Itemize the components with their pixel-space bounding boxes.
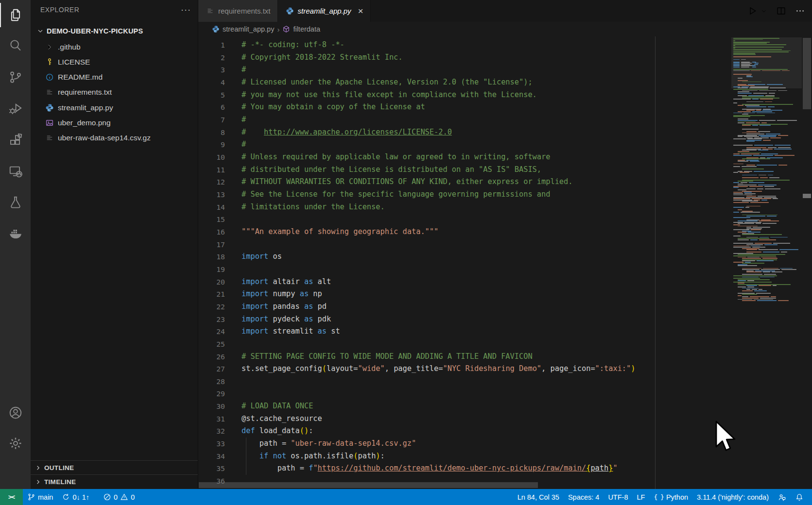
code-line-27[interactable]: 27st.set_page_config(layout="wide", page… [198,363,812,375]
code-line-20[interactable]: 20import altair as alt [198,276,812,288]
tree-root-folder[interactable]: DEMO-UBER-NYC-PICKUPS [31,23,198,38]
code-line-7[interactable]: 7# [198,114,812,126]
minimap-line [762,258,777,259]
code-line-32[interactable]: 32def load_data(): [198,425,812,438]
status-cursor-position[interactable]: Ln 84, Col 35 [513,489,564,505]
code-line-3[interactable]: 3# [198,64,812,76]
activity-search-icon[interactable] [0,30,31,60]
code-line-34[interactable]: 34 if not os.path.isfile(path): [198,450,812,463]
activity-settings-gear-icon[interactable] [0,428,31,458]
status-indentation[interactable]: Spaces: 4 [564,489,604,505]
split-editor-button[interactable] [776,6,786,16]
code-line-17[interactable]: 17 [198,238,812,251]
tab-requirements-txt[interactable]: requirements.txt [198,0,278,22]
breadcrumb[interactable]: streamlit_app.py›filterdata [198,22,812,36]
line-number: 13 [198,188,225,201]
remote-indicator[interactable]: >< [0,489,23,505]
activity-testing-icon[interactable] [0,187,31,218]
horizontal-scrollbar-thumb[interactable] [199,482,538,488]
code-line-9[interactable]: 9# [198,138,812,151]
tree-item-requirements-txt[interactable]: requirements.txt [31,85,198,100]
bell-icon [795,493,804,502]
activity-extensions-icon[interactable] [0,125,31,155]
vertical-scrollbar-thumb[interactable] [803,38,811,109]
activity-run-debug-icon[interactable] [0,93,31,123]
code-line-5[interactable]: 5# you may not use this file except in c… [198,89,812,101]
tree-item--github[interactable]: .github [31,39,198,54]
minimap-line [738,151,749,152]
line-content: # You may obtain a copy of the License a… [242,101,425,114]
tab-streamlit-app-py[interactable]: streamlit_app.py× [278,0,371,22]
minimap-line [746,271,761,272]
status-feedback[interactable] [773,489,791,505]
run-dropdown[interactable] [760,8,767,15]
minimap-line [733,89,768,90]
code-line-24[interactable]: 24import streamlit as st [198,325,812,338]
code-line-2[interactable]: 2# Copyright 2018-2022 Streamlit Inc. [198,51,812,64]
code-line-19[interactable]: 19 [198,263,812,276]
activity-explorer-icon[interactable] [0,0,31,30]
activity-docker-icon[interactable] [0,219,31,249]
activity-account-icon[interactable] [0,398,31,428]
sidebar-more-actions-icon[interactable]: ··· [181,7,191,12]
code-line-29[interactable]: 29 [198,387,812,400]
error-count: 0 [114,493,118,501]
minimap[interactable] [731,36,802,489]
vertical-scrollbar[interactable] [802,36,812,489]
code-line-8[interactable]: 8# http://www.apache.org/licenses/LICENS… [198,126,812,139]
status-notifications[interactable] [791,489,808,505]
tree-item-readme-md[interactable]: README.md [31,70,198,85]
tree-item-license[interactable]: LICENSE [31,54,198,69]
code-line-6[interactable]: 6# You may obtain a copy of the License … [198,101,812,114]
code-line-21[interactable]: 21import numpy as np [198,288,812,301]
code-line-18[interactable]: 18import os [198,251,812,263]
code-line-4[interactable]: 4# Licensed under the Apache License, Ve… [198,76,812,89]
code-line-28[interactable]: 28 [198,375,812,388]
code-line-12[interactable]: 12# WITHOUT WARRANTIES OR CONDITIONS OF … [198,176,812,188]
code-line-11[interactable]: 11# distributed under the License is dis… [198,164,812,176]
minimap-line [741,212,760,213]
activity-source-control-icon[interactable] [0,62,31,92]
tree-item-uber-demo-png[interactable]: uber_demo.png [31,116,198,131]
minimap-line [738,280,746,281]
panel-outline[interactable]: OUTLINE [31,460,198,474]
activity-remote-explorer-icon[interactable] [0,156,31,186]
status-encoding[interactable]: UTF-8 [604,489,632,505]
code-line-35[interactable]: 35 path = f"https://github.com/streamlit… [198,462,812,475]
code-line-14[interactable]: 14# limitations under the License. [198,201,812,214]
code-editor[interactable]: 1# -*- coding: utf-8 -*-2# Copyright 201… [198,36,812,489]
status-python-interpreter[interactable]: 3.11.4 ('nightly': conda) [692,489,773,505]
code-line-10[interactable]: 10# Unless required by applicable law or… [198,151,812,164]
more-actions-button[interactable] [795,6,805,16]
tree-item-streamlit-app-py[interactable]: streamlit_app.py [31,100,198,115]
git-sync-status[interactable]: 0↓ 1↑ [57,489,94,505]
minimap-line [742,177,759,178]
minimap-line [752,247,765,248]
status-language-mode[interactable]: { }Python [649,489,692,505]
minimap-line [767,84,782,85]
run-button[interactable] [747,6,758,16]
code-line-25[interactable]: 25 [198,338,812,351]
code-line-15[interactable]: 15 [198,213,812,226]
status-eol[interactable]: LF [632,489,649,505]
minimap-line [763,271,770,272]
code-line-16[interactable]: 16"""An example of showing geographic da… [198,226,812,238]
minimap-line [733,51,789,52]
code-line-22[interactable]: 22import pandas as pd [198,301,812,313]
tree-item-uber-raw-data-sep14-csv-gz[interactable]: uber-raw-data-sep14.csv.gz [31,131,198,146]
code-line-1[interactable]: 1# -*- coding: utf-8 -*- [198,39,812,51]
code-line-13[interactable]: 13# See the License for the specific lan… [198,188,812,201]
git-branch-status[interactable]: main [23,489,57,505]
code-line-33[interactable]: 33 path = "uber-raw-data-sep14.csv.gz" [198,438,812,450]
file-label: LICENSE [58,58,90,67]
breadcrumb-item[interactable]: filterdata [293,25,320,33]
minimap-line [757,300,777,301]
code-line-31[interactable]: 31@st.cache_resource [198,413,812,425]
panel-timeline[interactable]: TIMELINE [31,474,198,488]
close-icon[interactable]: × [358,8,363,15]
breadcrumb-item[interactable]: streamlit_app.py [223,25,274,33]
code-line-30[interactable]: 30# LOAD DATA ONCE [198,400,812,413]
code-line-23[interactable]: 23import pydeck as pdk [198,313,812,326]
problems-status[interactable]: 00 [99,489,139,505]
code-line-26[interactable]: 26# SETTING PAGE CONFIG TO WIDE MODE AND… [198,351,812,363]
